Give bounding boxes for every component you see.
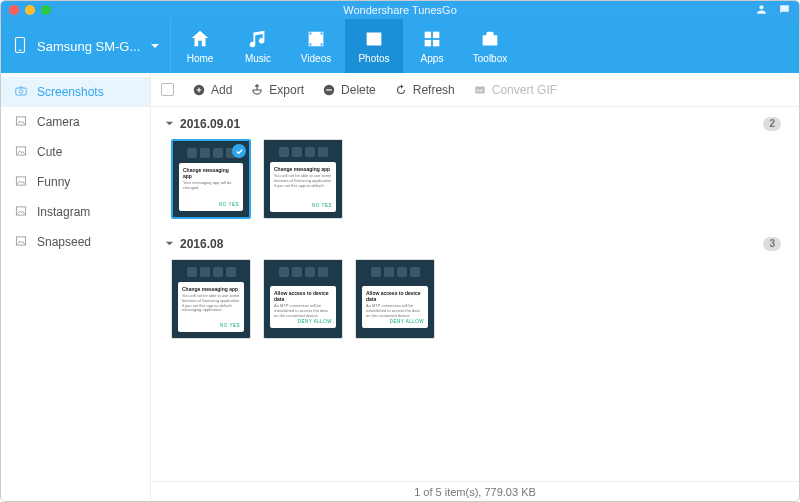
sidebar-item-label: Funny xyxy=(37,175,70,189)
sidebar: Screenshots Camera Cute Funny Instagram … xyxy=(1,73,151,501)
image-icon xyxy=(13,144,29,161)
tab-label: Home xyxy=(187,53,214,64)
group-count-badge: 2 xyxy=(763,117,781,131)
delete-button[interactable]: Delete xyxy=(322,83,376,97)
thumb-body: An MTP connection will be established to… xyxy=(366,304,424,319)
videos-icon xyxy=(305,28,327,50)
zoom-window-button[interactable] xyxy=(41,5,51,15)
thumb-buttons: DENY ALLOW xyxy=(274,319,332,324)
close-window-button[interactable] xyxy=(9,5,19,15)
tab-label: Videos xyxy=(301,53,331,64)
svg-rect-3 xyxy=(425,32,431,38)
convert-gif-button[interactable]: GIF Convert GIF xyxy=(473,83,557,97)
sidebar-item-camera[interactable]: Camera xyxy=(1,107,150,137)
image-icon xyxy=(13,204,29,221)
toolbar: Add Export Delete Refresh GIF Convert GI… xyxy=(151,73,799,107)
svg-rect-4 xyxy=(433,32,439,38)
image-icon xyxy=(13,174,29,191)
titlebar: Wondershare TunesGo xyxy=(1,1,799,19)
sidebar-item-funny[interactable]: Funny xyxy=(1,167,150,197)
photo-thumbnail[interactable]: Change messaging app You will not be abl… xyxy=(263,139,343,219)
toolbox-icon xyxy=(479,28,501,50)
select-all-checkbox[interactable] xyxy=(161,83,174,96)
main-tabs: Home Music Videos Photos Apps Toolbox xyxy=(171,19,519,73)
svg-point-2 xyxy=(369,35,372,38)
tab-videos[interactable]: Videos xyxy=(287,19,345,73)
tab-music[interactable]: Music xyxy=(229,19,287,73)
add-label: Add xyxy=(211,83,232,97)
thumb-buttons: DENY ALLOW xyxy=(366,319,424,324)
refresh-label: Refresh xyxy=(413,83,455,97)
home-icon xyxy=(189,28,211,50)
status-bar: 1 of 5 item(s), 779.03 KB xyxy=(151,481,799,501)
thumb-buttons: NO YES xyxy=(183,202,239,207)
svg-rect-5 xyxy=(425,40,431,46)
device-name: Samsung SM-G... xyxy=(37,39,142,54)
export-button[interactable]: Export xyxy=(250,83,304,97)
window-controls xyxy=(1,5,51,15)
tab-home[interactable]: Home xyxy=(171,19,229,73)
tab-photos[interactable]: Photos xyxy=(345,19,403,73)
svg-rect-6 xyxy=(433,40,439,46)
tab-label: Toolbox xyxy=(473,53,507,64)
convert-gif-label: Convert GIF xyxy=(492,83,557,97)
thumb-buttons: NO YES xyxy=(182,323,240,328)
image-icon xyxy=(13,114,29,131)
photo-thumbnail[interactable]: Change messaging app Your messaging app … xyxy=(171,139,251,219)
group-header[interactable]: 2016.09.01 2 xyxy=(165,113,785,135)
sidebar-item-screenshots[interactable]: Screenshots xyxy=(1,77,150,107)
account-icon[interactable] xyxy=(755,3,768,18)
sidebar-item-label: Camera xyxy=(37,115,80,129)
image-icon xyxy=(13,234,29,251)
tab-label: Music xyxy=(245,53,271,64)
svg-point-8 xyxy=(19,89,23,93)
svg-rect-16 xyxy=(326,89,332,90)
refresh-button[interactable]: Refresh xyxy=(394,83,455,97)
thumb-title: Allow access to device data xyxy=(274,290,332,302)
photo-group: 2016.08 3 Change messaging app You will … xyxy=(165,233,785,343)
add-button[interactable]: Add xyxy=(192,83,232,97)
group-label: 2016.08 xyxy=(180,237,223,251)
chevron-down-icon xyxy=(150,39,160,54)
tab-label: Photos xyxy=(358,53,389,64)
photo-group: 2016.09.01 2 Change messaging app Your m… xyxy=(165,113,785,223)
sidebar-item-label: Screenshots xyxy=(37,85,104,99)
photos-icon xyxy=(363,28,385,50)
tab-apps[interactable]: Apps xyxy=(403,19,461,73)
thumb-title: Allow access to device data xyxy=(366,290,424,302)
sidebar-item-instagram[interactable]: Instagram xyxy=(1,197,150,227)
group-header[interactable]: 2016.08 3 xyxy=(165,233,785,255)
tab-toolbox[interactable]: Toolbox xyxy=(461,19,519,73)
group-label: 2016.09.01 xyxy=(180,117,240,131)
thumb-title: Change messaging app xyxy=(274,166,332,172)
app-title: Wondershare TunesGo xyxy=(1,4,799,16)
thumb-title: Change messaging app xyxy=(183,167,239,179)
header: Samsung SM-G... Home Music Videos Photos xyxy=(1,19,799,73)
sidebar-item-snapseed[interactable]: Snapseed xyxy=(1,227,150,257)
status-text: 1 of 5 item(s), 779.03 KB xyxy=(414,486,536,498)
main: Add Export Delete Refresh GIF Convert GI… xyxy=(151,73,799,501)
disclosure-triangle-icon xyxy=(165,117,174,131)
thumb-body: Your messaging app will be changed. xyxy=(183,181,239,202)
app-window: Wondershare TunesGo Samsung SM-G... Home… xyxy=(0,0,800,502)
minimize-window-button[interactable] xyxy=(25,5,35,15)
thumb-body: You will not be able to use some feature… xyxy=(182,294,240,323)
sidebar-item-label: Cute xyxy=(37,145,62,159)
photo-thumbnail[interactable]: Allow access to device data An MTP conne… xyxy=(263,259,343,339)
content: 2016.09.01 2 Change messaging app Your m… xyxy=(151,107,799,481)
photo-thumbnail[interactable]: Change messaging app You will not be abl… xyxy=(171,259,251,339)
thumbnail-row: Change messaging app Your messaging app … xyxy=(165,135,785,223)
device-selector[interactable]: Samsung SM-G... xyxy=(1,19,171,73)
thumb-buttons: NO YES xyxy=(274,203,332,208)
disclosure-triangle-icon xyxy=(165,237,174,251)
camera-icon xyxy=(13,84,29,101)
svg-rect-7 xyxy=(16,88,27,95)
music-icon xyxy=(247,28,269,50)
selected-check-icon xyxy=(232,144,246,158)
photo-thumbnail[interactable]: Allow access to device data An MTP conne… xyxy=(355,259,435,339)
sidebar-item-cute[interactable]: Cute xyxy=(1,137,150,167)
svg-text:GIF: GIF xyxy=(476,87,483,92)
feedback-icon[interactable] xyxy=(778,3,791,18)
delete-label: Delete xyxy=(341,83,376,97)
phone-icon xyxy=(11,32,29,61)
